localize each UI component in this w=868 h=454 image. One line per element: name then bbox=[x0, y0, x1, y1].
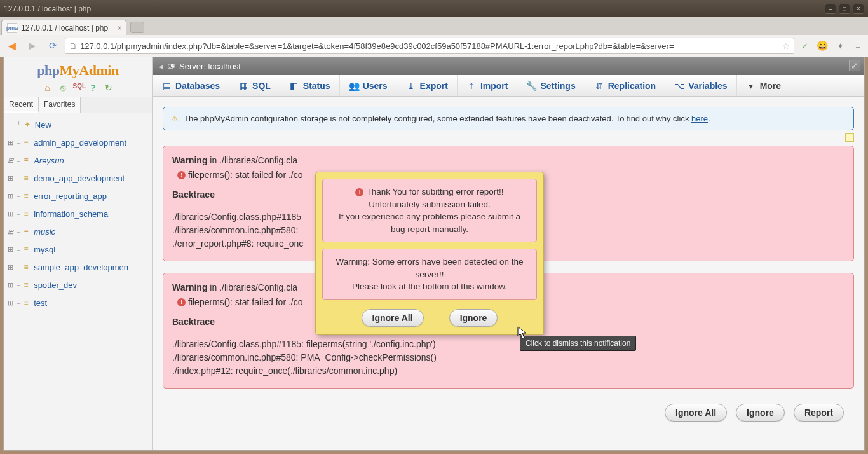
nav-variables[interactable]: ⌥Variables bbox=[665, 75, 737, 96]
ignore-button[interactable]: Ignore bbox=[736, 404, 785, 422]
tree-item[interactable]: ⊞–≡error_reporting_app bbox=[5, 187, 151, 205]
report-button[interactable]: Report bbox=[794, 404, 844, 422]
error-icon: ! bbox=[355, 188, 363, 196]
sidebar-tabs: Recent Favorites bbox=[4, 97, 152, 113]
tree-item[interactable]: ⊞–≡test bbox=[5, 294, 151, 312]
notice-here-link[interactable]: here bbox=[691, 114, 708, 123]
bookmark-icon[interactable]: ☆ bbox=[782, 41, 790, 51]
notice-text: The phpMyAdmin configuration storage is … bbox=[184, 114, 710, 123]
tree-item[interactable]: ⊞–≡spotter_dev bbox=[5, 276, 151, 294]
reload-nav-icon[interactable]: ↻ bbox=[104, 83, 114, 93]
tree-new[interactable]: └ ✦ New bbox=[5, 116, 151, 134]
help-icon[interactable]: ? bbox=[88, 83, 98, 93]
modal-ignore-button[interactable]: Ignore bbox=[449, 309, 498, 327]
expand-icon[interactable]: ⊞ bbox=[8, 156, 15, 165]
tree-item[interactable]: ⊞–≡admin_app_development bbox=[5, 134, 151, 151]
export-icon: ⤓ bbox=[406, 81, 416, 91]
tree-item[interactable]: ⊞–≡information_schema bbox=[5, 205, 151, 223]
expand-icon[interactable]: ⊞ bbox=[8, 210, 15, 218]
forward-button[interactable]: ► bbox=[24, 38, 41, 54]
url-text: 127.0.0.1/phpmyadmin/index.php?db=&table… bbox=[80, 41, 780, 51]
window-controls: – □ × bbox=[825, 4, 864, 14]
db-icon: ≡ bbox=[21, 191, 31, 201]
nav-more[interactable]: ▾More bbox=[737, 75, 790, 96]
more-icon: ▾ bbox=[746, 81, 756, 91]
extension-icons: ✓ 😀 ✦ ≡ bbox=[798, 40, 864, 52]
import-icon: ⤒ bbox=[466, 81, 477, 91]
maximize-button[interactable]: □ bbox=[839, 4, 850, 14]
backtrace-text: ./libraries/Config.class.php#1185: filep… bbox=[172, 338, 844, 378]
modal-message-1: !Thank You for subitting error report!! … bbox=[322, 179, 537, 242]
notification-modal: !Thank You for subitting error report!! … bbox=[315, 172, 544, 335]
puzzle-ext-icon[interactable]: ✦ bbox=[834, 41, 846, 51]
expand-icon[interactable]: ⊞ bbox=[8, 245, 15, 254]
nav-export[interactable]: ⤓Export bbox=[397, 75, 458, 96]
error-icon: ! bbox=[177, 298, 186, 306]
tree-item[interactable]: ⊞–≡sample_app_developmen bbox=[5, 258, 151, 276]
db-icon: ≡ bbox=[21, 262, 31, 272]
modal-message-2: Warning: Some errors have been detected … bbox=[322, 249, 537, 300]
minimize-button[interactable]: – bbox=[825, 4, 836, 14]
tab-close-icon[interactable]: × bbox=[117, 23, 122, 33]
tree-item[interactable]: ⊞–≡Areysun bbox=[5, 151, 151, 169]
ignore-all-button[interactable]: Ignore All bbox=[665, 404, 727, 422]
collapse-icon[interactable]: ⤢ bbox=[849, 60, 860, 71]
close-button[interactable]: × bbox=[853, 4, 864, 14]
expand-icon[interactable]: ⊞ bbox=[8, 299, 15, 307]
sql-icon[interactable]: SQL bbox=[73, 83, 83, 93]
tab-recent[interactable]: Recent bbox=[4, 97, 39, 113]
warning-icon: ⚠ bbox=[171, 114, 179, 123]
expand-icon[interactable]: ⊞ bbox=[8, 174, 15, 182]
nav-replication[interactable]: ⇵Replication bbox=[585, 75, 665, 96]
expand-icon[interactable]: ⊞ bbox=[8, 139, 15, 147]
nav-status[interactable]: ◧Status bbox=[280, 75, 340, 96]
tab-strip: pma 127.0.0.1 / localhost | php × bbox=[0, 17, 868, 35]
nav-sql[interactable]: ▦SQL bbox=[229, 75, 280, 96]
variables-icon: ⌥ bbox=[674, 81, 684, 91]
browser-tab[interactable]: pma 127.0.0.1 / localhost | php × bbox=[1, 20, 126, 35]
db-icon: ≡ bbox=[21, 155, 31, 165]
pma-logo[interactable]: phpMyAdmin bbox=[4, 57, 152, 81]
expand-icon[interactable]: ⊞ bbox=[8, 192, 15, 200]
users-icon: 👥 bbox=[349, 81, 359, 91]
footer-buttons: Ignore All Ignore Report bbox=[163, 400, 854, 422]
server-left-arrow[interactable]: ◂ bbox=[159, 62, 163, 71]
modal-ignore-all-button[interactable]: Ignore All bbox=[362, 309, 424, 327]
expand-icon[interactable]: ⊞ bbox=[8, 281, 15, 289]
db-icon: ≡ bbox=[21, 226, 31, 237]
expand-icon[interactable]: ⊞ bbox=[8, 263, 15, 272]
db-icon: ≡ bbox=[21, 173, 31, 183]
back-button[interactable]: ◄ bbox=[4, 38, 20, 54]
reload-button[interactable]: ⟳ bbox=[44, 38, 61, 54]
tree-item[interactable]: ⊞–≡music bbox=[5, 223, 151, 240]
db-icon: ≡ bbox=[21, 244, 31, 254]
tab-favorites[interactable]: Favorites bbox=[39, 97, 81, 113]
abc-ext-icon[interactable]: ✓ bbox=[798, 41, 811, 51]
favicon-icon: pma bbox=[7, 23, 17, 33]
home-icon[interactable]: ⌂ bbox=[43, 83, 53, 93]
menu-icon[interactable]: ≡ bbox=[851, 41, 864, 51]
sql-tab-icon: ▦ bbox=[238, 81, 248, 91]
top-nav: ▤Databases ▦SQL ◧Status 👥Users ⤓Export ⤒… bbox=[153, 75, 864, 97]
db-icon: ≡ bbox=[21, 298, 31, 308]
address-bar[interactable]: 🗋 127.0.0.1/phpmyadmin/index.php?db=&tab… bbox=[65, 38, 794, 54]
new-tab-button[interactable] bbox=[130, 22, 144, 33]
os-titlebar: 127.0.0.1 / localhost | php – □ × bbox=[0, 0, 868, 17]
browser-chrome: pma 127.0.0.1 / localhost | php × ◄ ► ⟳ … bbox=[0, 17, 868, 57]
tree-item[interactable]: ⊞–≡mysql bbox=[5, 240, 151, 258]
page-icon: 🗋 bbox=[69, 41, 78, 51]
logout-icon[interactable]: ⎋ bbox=[58, 83, 68, 93]
error-icon: ! bbox=[177, 171, 186, 179]
config-storage-notice: ⚠ The phpMyAdmin configuration storage i… bbox=[163, 107, 854, 130]
status-icon: ◧ bbox=[289, 81, 299, 91]
smiley-ext-icon[interactable]: 😀 bbox=[816, 40, 829, 52]
server-label[interactable]: Server: localhost bbox=[179, 62, 241, 71]
nav-databases[interactable]: ▤Databases bbox=[153, 75, 229, 96]
nav-users[interactable]: 👥Users bbox=[340, 75, 397, 96]
expand-icon[interactable]: ⊞ bbox=[8, 228, 15, 236]
os-title: 127.0.0.1 / localhost | php bbox=[4, 4, 91, 13]
nav-import[interactable]: ⤒Import bbox=[458, 75, 518, 96]
nav-settings[interactable]: 🔧Settings bbox=[517, 75, 585, 96]
page-related-icon[interactable] bbox=[845, 133, 854, 142]
tree-item[interactable]: ⊞–≡demo_app_development bbox=[5, 169, 151, 187]
